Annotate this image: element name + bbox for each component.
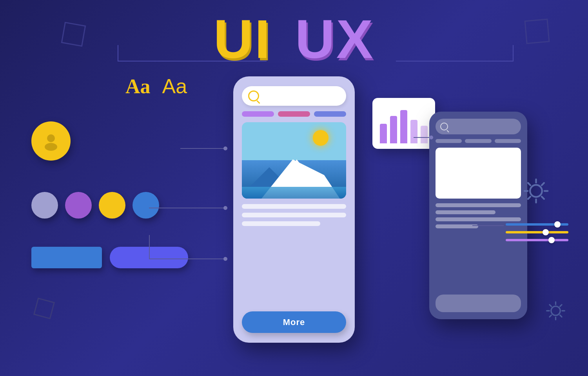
title-line-right (396, 61, 514, 61)
slider-dot-blue (554, 221, 561, 228)
svg-line-7 (528, 183, 530, 185)
typography-row: Aa Aa (125, 74, 187, 98)
phone-search-bar[interactable] (242, 86, 346, 106)
avatar-container (31, 121, 71, 161)
svg-line-8 (542, 197, 544, 199)
chart-bar-2 (390, 116, 397, 143)
title-area: UI UX (214, 12, 374, 67)
typography-sans: Aa (162, 74, 187, 98)
phone-main: More (233, 76, 355, 343)
color-swatch-purple (65, 192, 92, 219)
chart-popup (372, 98, 435, 149)
phone-secondary (429, 112, 527, 319)
chart-bar-5 (421, 126, 428, 143)
bar-pink (278, 111, 310, 117)
phone2-text-line-3 (436, 217, 521, 221)
water-element (242, 187, 346, 199)
svg-point-0 (47, 134, 55, 142)
sun-element (313, 130, 328, 146)
connector-colors (149, 208, 227, 208)
chart-bar-4 (410, 120, 417, 143)
phone2-text-line-2 (436, 210, 495, 214)
svg-line-10 (528, 197, 530, 199)
bar-purple (242, 111, 274, 117)
phone2-text-line-1 (436, 203, 521, 207)
main-scene: UI UX Aa Aa (0, 0, 588, 376)
more-button[interactable]: More (242, 311, 346, 333)
slider-dot-purple (548, 237, 555, 243)
phone2-bar-3 (495, 139, 521, 143)
svg-line-19 (550, 315, 552, 317)
gear-svg-large (519, 174, 553, 208)
phone2-search-icon (440, 123, 448, 130)
deco-square-top-left (61, 22, 86, 47)
color-palette (31, 192, 159, 219)
slider-purple[interactable] (506, 239, 568, 241)
svg-point-2 (530, 185, 542, 197)
connector-chart (414, 137, 433, 138)
button-samples (31, 247, 188, 268)
chart-bar-3 (400, 110, 407, 143)
sample-button-rectangle[interactable] (31, 247, 102, 268)
phone2-bar-2 (465, 139, 491, 143)
phone2-text-line-4 (436, 224, 478, 228)
more-button-label: More (283, 317, 305, 327)
connector-button (149, 258, 227, 259)
phone-category-bars (242, 111, 346, 117)
avatar (31, 121, 71, 161)
svg-line-17 (560, 315, 562, 317)
phone2-search-bar[interactable] (436, 119, 521, 134)
color-swatch-yellow (99, 192, 125, 219)
text-line-2 (242, 213, 346, 217)
text-line-1 (242, 204, 346, 209)
bar-blue (314, 111, 346, 117)
search-icon (248, 90, 259, 101)
phone2-bar-1 (436, 139, 462, 143)
gear-svg-small (543, 298, 568, 324)
right-sliders (506, 223, 568, 241)
svg-line-16 (550, 305, 552, 307)
slider-blue[interactable] (506, 223, 568, 226)
text-line-3 (242, 221, 320, 226)
ui-title: UI (214, 12, 272, 67)
svg-line-9 (542, 183, 544, 185)
deco-square-bottom-left (33, 298, 55, 319)
slider-dot-yellow (543, 229, 549, 235)
connector-sliders (472, 225, 504, 226)
phone2-content-area (436, 148, 521, 199)
ux-title: UX (295, 12, 374, 67)
gear-icon-small (543, 298, 568, 325)
connector-typography (180, 148, 227, 149)
svg-line-18 (560, 305, 562, 307)
color-swatch-blue (132, 192, 159, 219)
chart-bar-1 (380, 124, 387, 143)
slider-yellow[interactable] (506, 231, 568, 233)
color-swatch-lavender (31, 192, 58, 219)
phone-text-content (242, 204, 346, 226)
typography-serif: Aa (125, 75, 151, 98)
user-icon (41, 131, 61, 151)
gear-icon-large (519, 174, 553, 209)
svg-point-11 (551, 306, 560, 315)
svg-point-1 (45, 143, 57, 151)
deco-square-top-right (524, 18, 550, 44)
phone2-bars (436, 139, 521, 143)
phone2-bottom-button[interactable] (436, 295, 521, 312)
phone-image-placeholder (242, 122, 346, 199)
